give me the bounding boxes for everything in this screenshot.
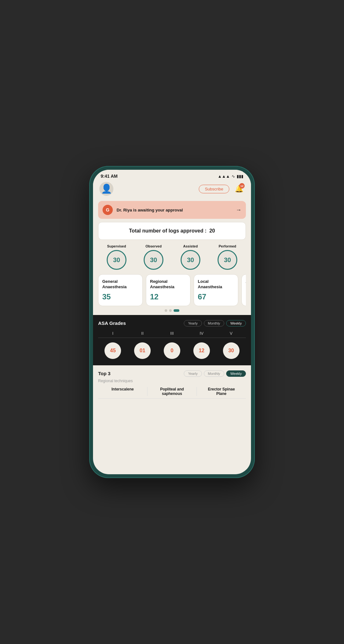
card-general-anaesthesia[interactable]: GeneralAnaesthesia 35 — [98, 274, 143, 306]
asa-divider — [98, 338, 246, 338]
stat-observed-circle: 30 — [144, 250, 163, 270]
card-regional-anaesthesia[interactable]: RegionalAnaesthesia 12 — [146, 274, 190, 306]
asa-value-3: 0 — [171, 348, 174, 354]
asa-value-4: 12 — [199, 348, 204, 354]
stat-assisted-label: Assisted — [183, 244, 198, 248]
asa-grade-1: I — [103, 331, 122, 336]
scroll-content[interactable]: G Dr. Riya is awaiting your approval → T… — [93, 200, 251, 474]
top3-header: Top 3 Yearly Monthly Weekly — [98, 370, 246, 377]
top3-filter-yearly[interactable]: Yearly — [184, 370, 202, 377]
stat-assisted-value: 30 — [187, 256, 194, 264]
card-regional-count: 12 — [150, 292, 186, 301]
asa-value-2-circle: 01 — [134, 342, 151, 359]
stat-assisted-circle: 30 — [181, 250, 200, 270]
avatar: 👤 — [99, 182, 113, 196]
approval-banner[interactable]: G Dr. Riya is awaiting your approval → — [98, 201, 246, 219]
battery-icon: ▮▮▮ — [237, 174, 243, 179]
top3-section: Top 3 Yearly Monthly Weekly Regional tec… — [93, 365, 251, 408]
status-icons: ▲▲▲ ∿ ▮▮▮ — [218, 174, 243, 179]
asa-value-5: 30 — [228, 348, 234, 354]
header-right: Subscribe 🔔 12 — [199, 183, 245, 195]
anaesthesia-cards-row: GeneralAnaesthesia 35 RegionalAnaesthesi… — [98, 274, 246, 306]
pagination-dots — [93, 309, 251, 312]
asa-grade-5: V — [222, 331, 241, 336]
stat-observed: Observed 30 — [144, 244, 163, 270]
asa-section: ASA Grades Yearly Monthly Weekly I II II… — [93, 315, 251, 365]
approval-avatar: G — [103, 205, 113, 215]
asa-grade-2: II — [133, 331, 152, 336]
asa-filter-yearly[interactable]: Yearly — [184, 320, 202, 326]
logs-label: Total number of logs approved : 20 — [129, 228, 215, 233]
card-local-count: 67 — [198, 292, 234, 301]
approval-text: Dr. Riya is awaiting your approval — [117, 208, 232, 212]
asa-value-1: 45 — [110, 348, 116, 354]
top3-title: Top 3 — [98, 371, 111, 376]
asa-value-5-circle: 30 — [223, 342, 240, 359]
status-time: 9:41 AM — [101, 174, 118, 179]
asa-value-3-circle: 0 — [164, 342, 180, 359]
card-regional-name: RegionalAnaesthesia — [150, 279, 186, 290]
top3-col-3: Erector SpinaePlane — [197, 387, 246, 396]
phone-screen: 9:41 AM ▲▲▲ ∿ ▮▮▮ 👤 Subscribe 🔔 12 — [93, 170, 251, 474]
anaesthesia-scroll[interactable]: GeneralAnaesthesia 35 RegionalAnaesthesi… — [98, 274, 246, 306]
stat-performed: Performed 30 — [218, 244, 237, 270]
card-other-name: An... — [246, 279, 246, 284]
dot-2 — [169, 309, 172, 312]
stat-assisted: Assisted 30 — [181, 244, 200, 270]
asa-grade-3: III — [162, 331, 182, 336]
signal-icon: ▲▲▲ — [218, 174, 230, 179]
stat-observed-label: Observed — [146, 244, 162, 248]
top3-filter-pills: Yearly Monthly Weekly — [184, 370, 246, 377]
asa-grade-4: IV — [192, 331, 211, 336]
asa-value-4-circle: 12 — [193, 342, 210, 359]
card-local-anaesthesia[interactable]: LocalAnaesthesia 67 — [194, 274, 238, 306]
card-local-name: LocalAnaesthesia — [198, 279, 234, 290]
asa-title: ASA Grades — [98, 320, 126, 326]
card-general-count: 35 — [102, 292, 139, 301]
status-bar: 9:41 AM ▲▲▲ ∿ ▮▮▮ — [93, 170, 251, 180]
notification-badge: 12 — [239, 183, 245, 189]
top3-table-header: Interscalene Popliteal andsaphenous Erec… — [98, 387, 246, 399]
stat-performed-circle: 30 — [218, 250, 237, 270]
top3-col-2: Popliteal andsaphenous — [147, 387, 197, 396]
stat-supervised: Supervised 30 — [107, 244, 126, 270]
asa-section-header: ASA Grades Yearly Monthly Weekly — [98, 320, 246, 326]
regional-label: Regional techniques — [98, 379, 246, 383]
stat-supervised-value: 30 — [113, 256, 120, 264]
dot-1 — [165, 309, 167, 312]
subscribe-button[interactable]: Subscribe — [199, 185, 229, 193]
dot-3-active — [174, 309, 179, 312]
avatar-icon: 👤 — [101, 184, 112, 193]
stat-observed-value: 30 — [150, 256, 157, 264]
approval-arrow-icon: → — [236, 207, 241, 213]
top3-filter-weekly[interactable]: Weekly — [226, 370, 246, 377]
top3-col-1: Interscalene — [98, 387, 147, 396]
logs-card: Total number of logs approved : 20 — [98, 222, 246, 240]
top3-filter-monthly[interactable]: Monthly — [204, 370, 225, 377]
asa-filter-pills: Yearly Monthly Weekly — [184, 320, 246, 326]
asa-filter-weekly[interactable]: Weekly — [226, 320, 246, 326]
asa-filter-monthly[interactable]: Monthly — [204, 320, 225, 326]
card-other-anaesthesia[interactable]: An... — [241, 274, 246, 306]
notification-button[interactable]: 🔔 12 — [233, 183, 245, 195]
asa-grades-labels: I II III IV V — [98, 331, 246, 336]
stat-performed-label: Performed — [219, 244, 236, 248]
wifi-icon: ∿ — [232, 174, 235, 179]
logs-count: 20 — [209, 228, 215, 233]
stats-row: Supervised 30 Observed 30 Assisted 30 — [96, 244, 248, 270]
stat-supervised-label: Supervised — [107, 244, 126, 248]
stat-performed-value: 30 — [224, 256, 231, 264]
asa-value-2: 01 — [140, 348, 145, 354]
asa-value-1-circle: 45 — [104, 342, 121, 359]
asa-values-row: 45 01 0 12 30 — [98, 342, 246, 359]
app-header: 👤 Subscribe 🔔 12 — [93, 180, 251, 200]
card-general-name: GeneralAnaesthesia — [102, 279, 139, 290]
phone-frame: 9:41 AM ▲▲▲ ∿ ▮▮▮ 👤 Subscribe 🔔 12 — [89, 166, 255, 478]
stat-supervised-circle: 30 — [107, 250, 126, 270]
